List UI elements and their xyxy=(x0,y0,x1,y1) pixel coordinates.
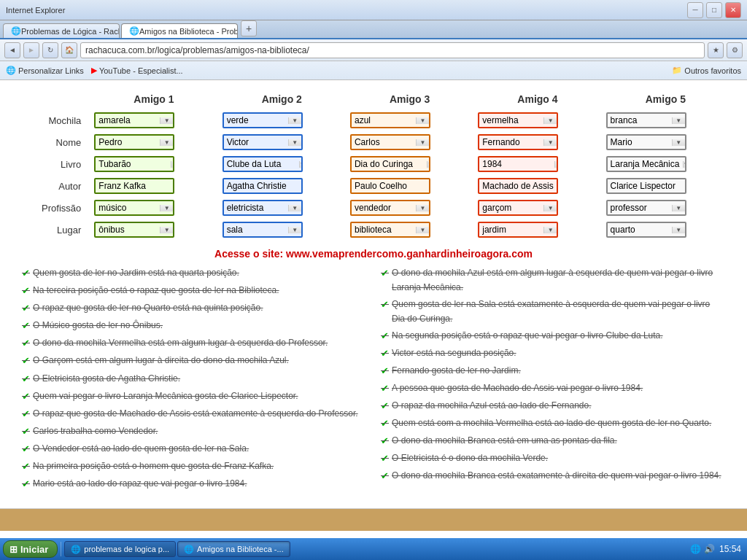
clue-left-8: ✔O rapaz que gosta de Machado de Assis e… xyxy=(22,406,366,422)
row-label-5: Lugar xyxy=(20,220,87,239)
col-header-4: Amigo 4 xyxy=(476,90,598,108)
select-input-row2-col0[interactable]: TubarãoClube da LutaDia do Curinga1984La… xyxy=(96,158,171,171)
select-row1-col3[interactable]: PedroVictorCarlosFernandoMario▼ xyxy=(478,134,558,150)
select-row0-col3[interactable]: amarelaverdeazulvermelhabranca▼ xyxy=(478,112,558,128)
bookmark-personalizar[interactable]: 🌐 Personalizar Links xyxy=(6,66,84,75)
checkmark-icon: ✔ xyxy=(381,433,389,449)
home-button[interactable]: 🏠 xyxy=(61,42,77,58)
select-row0-col0[interactable]: amarelaverdeazulvermelhabranca▼ xyxy=(94,112,174,128)
puzzle-table: Amigo 1 Amigo 2 Amigo 3 Amigo 4 Amigo 5 … xyxy=(15,88,732,242)
select-row4-col4[interactable]: músicoeletricistavendedorgarçomprofessor… xyxy=(606,200,686,216)
select-input-row2-col4[interactable]: TubarãoClube da LutaDia do Curinga1984La… xyxy=(608,158,683,171)
select-input-row5-col1[interactable]: ônibussalabibliotecajardimquarto xyxy=(224,223,288,236)
select-arrow-row4-col1: ▼ xyxy=(288,205,301,211)
select-input-row0-col2[interactable]: amarelaverdeazulvermelhabranca xyxy=(352,114,416,127)
close-button[interactable]: ✕ xyxy=(725,2,741,18)
select-input-row4-col4[interactable]: músicoeletricistavendedorgarçomprofessor xyxy=(608,201,672,214)
select-input-row1-col4[interactable]: PedroVictorCarlosFernandoMario xyxy=(608,136,672,149)
select-row1-col4[interactable]: PedroVictorCarlosFernandoMario▼ xyxy=(606,134,686,150)
select-row3-col0[interactable]: Franz KafkaAgatha ChristiePaulo CoelhoMa… xyxy=(94,178,174,194)
select-row2-col1[interactable]: TubarãoClube da LutaDia do Curinga1984La… xyxy=(222,156,303,172)
select-input-row3-col1[interactable]: Franz KafkaAgatha ChristiePaulo CoelhoMa… xyxy=(224,179,302,192)
select-input-row1-col0[interactable]: PedroVictorCarlosFernandoMario xyxy=(96,136,160,149)
forward-button[interactable]: ► xyxy=(23,42,39,58)
select-input-row4-col2[interactable]: músicoeletricistavendedorgarçomprofessor xyxy=(352,201,416,214)
select-input-row2-col3[interactable]: TubarãoClube da LutaDia do Curinga1984La… xyxy=(479,158,554,171)
clue-right-1: ✔Quem gosta de ler na Sala está exatamen… xyxy=(381,297,725,327)
select-row2-col3[interactable]: TubarãoClube da LutaDia do Curinga1984La… xyxy=(478,156,558,172)
col-header-3: Amigo 3 xyxy=(349,90,471,108)
select-row2-col2[interactable]: TubarãoClube da LutaDia do Curinga1984La… xyxy=(350,156,430,172)
select-input-row2-col1[interactable]: TubarãoClube da LutaDia do Curinga1984La… xyxy=(224,158,299,171)
clues-right: ✔O dono da mochila Azul está em algum lu… xyxy=(381,265,725,494)
select-input-row5-col4[interactable]: ônibussalabibliotecajardimquarto xyxy=(608,223,672,236)
select-row0-col4[interactable]: amarelaverdeazulvermelhabranca▼ xyxy=(606,112,686,128)
select-input-row1-col1[interactable]: PedroVictorCarlosFernandoMario xyxy=(224,136,288,149)
select-input-row1-col2[interactable]: PedroVictorCarlosFernandoMario xyxy=(352,136,416,149)
clue-right-4: ✔Fernando gosta de ler no Jardim. xyxy=(381,363,725,379)
select-row0-col2[interactable]: amarelaverdeazulvermelhabranca▼ xyxy=(350,112,430,128)
checkmark-icon: ✔ xyxy=(22,300,30,316)
select-row0-col1[interactable]: amarelaverdeazulvermelhabranca▼ xyxy=(222,112,303,128)
clue-left-0: ✔Quem gosta de ler no Jardim está na qua… xyxy=(22,265,366,281)
select-row5-col2[interactable]: ônibussalabibliotecajardimquarto▼ xyxy=(350,222,430,238)
bottom-banner xyxy=(0,508,747,530)
select-input-row0-col0[interactable]: amarelaverdeazulvermelhabranca xyxy=(96,114,160,127)
content-area: Amigo 1 Amigo 2 Amigo 3 Amigo 4 Amigo 5 … xyxy=(0,80,747,538)
select-input-row4-col0[interactable]: músicoeletricistavendedorgarçomprofessor xyxy=(96,201,160,214)
select-arrow-row2-col4: ▼ xyxy=(683,161,686,168)
select-input-row5-col3[interactable]: ônibussalabibliotecajardimquarto xyxy=(479,223,543,236)
select-input-row4-col1[interactable]: músicoeletricistavendedorgarçomprofessor xyxy=(224,201,288,214)
tools-button[interactable]: ⚙ xyxy=(727,42,743,58)
select-row2-col0[interactable]: TubarãoClube da LutaDia do Curinga1984La… xyxy=(94,156,174,172)
clue-left-1: ✔Na terceira posição está o rapaz que go… xyxy=(22,283,366,299)
select-input-row2-col2[interactable]: TubarãoClube da LutaDia do Curinga1984La… xyxy=(352,158,427,171)
other-favorites[interactable]: 📁 Outros favoritos xyxy=(672,66,741,75)
select-row4-col0[interactable]: músicoeletricistavendedorgarçomprofessor… xyxy=(94,200,174,216)
refresh-button[interactable]: ↻ xyxy=(42,42,58,58)
select-row1-col0[interactable]: PedroVictorCarlosFernandoMario▼ xyxy=(94,134,174,150)
select-row3-col4[interactable]: Franz KafkaAgatha ChristiePaulo CoelhoMa… xyxy=(606,178,686,194)
select-arrow-row1-col1: ▼ xyxy=(288,139,301,146)
tab-1-label: Problemas de Lógica - Racha C... xyxy=(21,27,120,36)
tab-2-label: Amigos na Biblioteca - Proble... xyxy=(139,27,238,36)
bookmark-youtube[interactable]: ▶ YouTube - Especialist... xyxy=(91,66,183,75)
select-row1-col2[interactable]: PedroVictorCarlosFernandoMario▼ xyxy=(350,134,430,150)
select-arrow-row0-col1: ▼ xyxy=(288,117,301,124)
select-row4-col3[interactable]: músicoeletricistavendedorgarçomprofessor… xyxy=(478,200,558,216)
select-input-row1-col3[interactable]: PedroVictorCarlosFernandoMario xyxy=(479,136,543,149)
select-row5-col1[interactable]: ônibussalabibliotecajardimquarto▼ xyxy=(222,222,303,238)
select-input-row3-col3[interactable]: Franz KafkaAgatha ChristiePaulo CoelhoMa… xyxy=(479,179,557,192)
minimize-button[interactable]: ─ xyxy=(687,2,703,18)
select-row4-col2[interactable]: músicoeletricistavendedorgarçomprofessor… xyxy=(350,200,430,216)
select-row3-col3[interactable]: Franz KafkaAgatha ChristiePaulo CoelhoMa… xyxy=(478,178,558,194)
select-input-row5-col2[interactable]: ônibussalabibliotecajardimquarto xyxy=(352,223,416,236)
address-bar[interactable] xyxy=(80,42,705,58)
select-input-row3-col4[interactable]: Franz KafkaAgatha ChristiePaulo CoelhoMa… xyxy=(608,179,686,192)
select-row3-col1[interactable]: Franz KafkaAgatha ChristiePaulo CoelhoMa… xyxy=(222,178,303,194)
select-row2-col4[interactable]: TubarãoClube da LutaDia do Curinga1984La… xyxy=(606,156,686,172)
select-row3-col2[interactable]: Franz KafkaAgatha ChristiePaulo CoelhoMa… xyxy=(350,178,430,194)
checkmark-icon: ✔ xyxy=(22,265,30,281)
tab-1[interactable]: 🌐 Problemas de Lógica - Racha C... xyxy=(3,23,120,38)
select-row1-col1[interactable]: PedroVictorCarlosFernandoMario▼ xyxy=(222,134,303,150)
select-row5-col0[interactable]: ônibussalabibliotecajardimquarto▼ xyxy=(94,222,174,238)
row-label-4: Profissão xyxy=(20,198,87,217)
select-input-row0-col3[interactable]: amarelaverdeazulvermelhabranca xyxy=(479,114,543,127)
tab-2[interactable]: 🌐 Amigos na Biblioteca - Proble... xyxy=(121,23,238,38)
select-arrow-row5-col3: ▼ xyxy=(543,227,557,233)
select-row5-col3[interactable]: ônibussalabibliotecajardimquarto▼ xyxy=(478,222,558,238)
select-input-row0-col4[interactable]: amarelaverdeazulvermelhabranca xyxy=(608,114,672,127)
favorites-button[interactable]: ★ xyxy=(708,42,724,58)
select-input-row5-col0[interactable]: ônibussalabibliotecajardimquarto xyxy=(96,223,160,236)
select-input-row4-col3[interactable]: músicoeletricistavendedorgarçomprofessor xyxy=(479,201,543,214)
maximize-button[interactable]: □ xyxy=(706,2,722,18)
back-button[interactable]: ◄ xyxy=(4,42,20,58)
select-row5-col4[interactable]: ônibussalabibliotecajardimquarto▼ xyxy=(606,222,686,238)
select-input-row0-col1[interactable]: amarelaverdeazulvermelhabranca xyxy=(224,114,288,127)
select-input-row3-col2[interactable]: Franz KafkaAgatha ChristiePaulo CoelhoMa… xyxy=(352,179,430,192)
new-tab-button[interactable]: + xyxy=(241,20,257,36)
select-arrow-row0-col0: ▼ xyxy=(160,117,173,124)
select-input-row3-col0[interactable]: Franz KafkaAgatha ChristiePaulo CoelhoMa… xyxy=(96,179,174,192)
select-row4-col1[interactable]: músicoeletricistavendedorgarçomprofessor… xyxy=(222,200,303,216)
